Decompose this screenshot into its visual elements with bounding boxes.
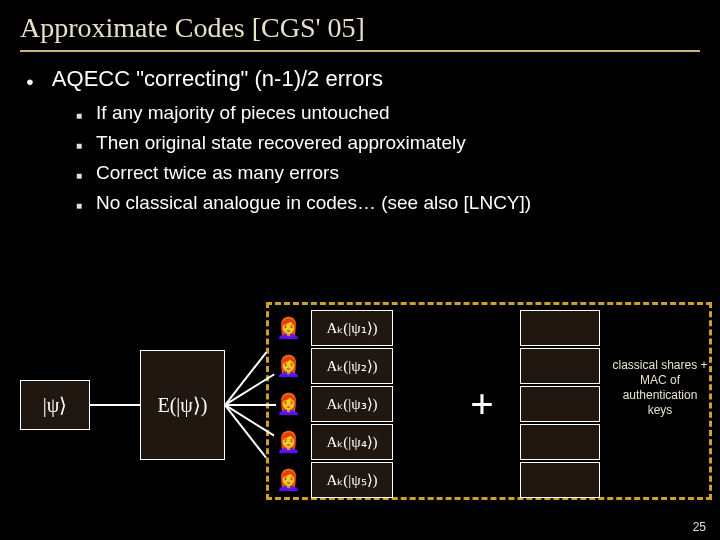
person-icon: 👩‍🦰 (276, 356, 301, 376)
fan-line (224, 404, 266, 458)
auth-share-label: Aₖ(|ψ₄⟩) (326, 433, 377, 451)
square-bullet-icon: ■ (76, 110, 82, 121)
square-bullet-icon: ■ (76, 140, 82, 151)
square-bullet-icon: ■ (76, 200, 82, 211)
person-icon: 👩‍🦰 (276, 470, 301, 490)
auth-share-label: Aₖ(|ψ₂⟩) (326, 357, 377, 375)
classical-label: classical shares + MAC of authentication… (610, 358, 710, 418)
fan-line (224, 351, 266, 405)
sub-bullet-text: If any majority of pieces untouched (96, 102, 390, 124)
classical-share-box (520, 424, 600, 460)
square-bullet-icon: ■ (76, 170, 82, 181)
auth-share-label: Aₖ(|ψ₃⟩) (326, 395, 377, 413)
auth-share-box: Aₖ(|ψ₁⟩) (311, 310, 393, 346)
diagram: |ψ⟩ E(|ψ⟩) 👩‍🦰 Aₖ(|ψ₁⟩) 👩‍🦰 Aₖ(|ψ₂⟩) 👩‍🦰… (20, 310, 700, 515)
title-underline (20, 50, 700, 52)
sub-bullet-text: No classical analogue in codes… (see als… (96, 192, 531, 214)
sub-bullet-text: Then original state recovered approximat… (96, 132, 466, 154)
sub-bullet-list: ■ If any majority of pieces untouched ■ … (76, 102, 700, 214)
psi-label: |ψ⟩ (43, 393, 68, 417)
auth-share-box: Aₖ(|ψ₄⟩) (311, 424, 393, 460)
sub-bullet: ■ Then original state recovered approxim… (76, 132, 700, 154)
sub-bullet: ■ If any majority of pieces untouched (76, 102, 700, 124)
auth-share-label: Aₖ(|ψ₁⟩) (326, 319, 377, 337)
main-bullet: ● AQECC "correcting" (n-1)/2 errors (26, 66, 700, 92)
auth-share-box: Aₖ(|ψ₅⟩) (311, 462, 393, 498)
bullet-dot-icon: ● (26, 74, 34, 90)
page-title: Approximate Codes [CGS' 05] (20, 12, 700, 44)
main-bullet-text: AQECC "correcting" (n-1)/2 errors (52, 66, 383, 92)
person-icon: 👩‍🦰 (276, 318, 301, 338)
auth-share-box: Aₖ(|ψ₃⟩) (311, 386, 393, 422)
sub-bullet: ■ Correct twice as many errors (76, 162, 700, 184)
encoding-box: E(|ψ⟩) (140, 350, 225, 460)
sub-bullet: ■ No classical analogue in codes… (see a… (76, 192, 700, 214)
share-row: 👩‍🦰 Aₖ(|ψ₂⟩) (276, 348, 393, 384)
classical-share-stack (520, 310, 600, 500)
classical-share-box (520, 310, 600, 346)
auth-share-box: Aₖ(|ψ₂⟩) (311, 348, 393, 384)
auth-share-stack: 👩‍🦰 Aₖ(|ψ₁⟩) 👩‍🦰 Aₖ(|ψ₂⟩) 👩‍🦰 Aₖ(|ψ₃⟩) 👩… (276, 310, 393, 500)
person-icon: 👩‍🦰 (276, 394, 301, 414)
share-row: 👩‍🦰 Aₖ(|ψ₅⟩) (276, 462, 393, 498)
fan-line (225, 404, 276, 406)
sub-bullet-text: Correct twice as many errors (96, 162, 339, 184)
classical-share-box (520, 462, 600, 498)
plus-symbol: + (470, 380, 494, 428)
encoding-label: E(|ψ⟩) (157, 393, 207, 417)
share-row: 👩‍🦰 Aₖ(|ψ₁⟩) (276, 310, 393, 346)
person-icon: 👩‍🦰 (276, 432, 301, 452)
page-number: 25 (693, 520, 706, 534)
connector-line (90, 404, 140, 406)
share-row: 👩‍🦰 Aₖ(|ψ₄⟩) (276, 424, 393, 460)
auth-share-label: Aₖ(|ψ₅⟩) (326, 471, 377, 489)
psi-input-box: |ψ⟩ (20, 380, 90, 430)
classical-share-box (520, 386, 600, 422)
share-row: 👩‍🦰 Aₖ(|ψ₃⟩) (276, 386, 393, 422)
classical-share-box (520, 348, 600, 384)
